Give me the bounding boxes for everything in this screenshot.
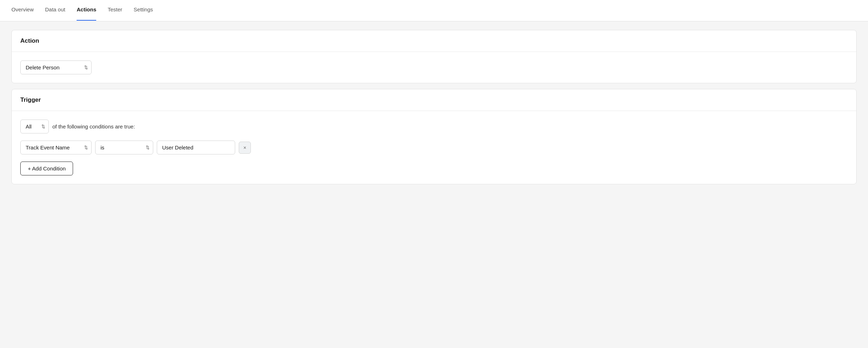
tab-settings[interactable]: Settings bbox=[134, 0, 153, 21]
trigger-card-body: All Any ⇅ of the following conditions ar… bbox=[12, 111, 856, 184]
conditions-row: All Any ⇅ of the following conditions ar… bbox=[20, 120, 848, 133]
action-card: Action Delete Person Create Person Updat… bbox=[11, 30, 857, 83]
all-select[interactable]: All Any bbox=[20, 120, 49, 133]
tab-actions[interactable]: Actions bbox=[77, 0, 96, 21]
condition-operator-wrapper: is is not contains does not contain ⇅ bbox=[95, 141, 153, 154]
trigger-card: Trigger All Any ⇅ of the following condi… bbox=[11, 89, 857, 184]
action-card-body: Delete Person Create Person Update Perso… bbox=[12, 52, 856, 83]
add-condition-button[interactable]: + Add Condition bbox=[20, 162, 73, 175]
remove-icon: × bbox=[243, 145, 246, 151]
tab-bar: Overview Data out Actions Tester Setting… bbox=[0, 0, 868, 21]
action-card-header: Action bbox=[12, 30, 856, 52]
tab-data-out[interactable]: Data out bbox=[45, 0, 66, 21]
trigger-card-title: Trigger bbox=[20, 96, 41, 103]
action-select-wrapper: Delete Person Create Person Update Perso… bbox=[20, 60, 92, 74]
add-condition-label: + Add Condition bbox=[28, 165, 66, 172]
main-content: Action Delete Person Create Person Updat… bbox=[0, 21, 868, 193]
conditions-label: of the following conditions are true: bbox=[52, 123, 135, 130]
condition-operator-select[interactable]: is is not contains does not contain bbox=[95, 141, 153, 154]
condition-field-select[interactable]: Track Event Name Email User ID bbox=[20, 141, 92, 154]
trigger-card-header: Trigger bbox=[12, 89, 856, 111]
condition-field-wrapper: Track Event Name Email User ID ⇅ bbox=[20, 141, 92, 154]
condition-value-input[interactable] bbox=[157, 141, 235, 154]
remove-condition-button[interactable]: × bbox=[239, 142, 251, 154]
tab-tester[interactable]: Tester bbox=[108, 0, 122, 21]
tab-overview[interactable]: Overview bbox=[11, 0, 34, 21]
action-select[interactable]: Delete Person Create Person Update Perso… bbox=[20, 60, 92, 74]
condition-row: Track Event Name Email User ID ⇅ is is n… bbox=[20, 141, 848, 154]
action-card-title: Action bbox=[20, 37, 39, 44]
all-select-wrapper: All Any ⇅ bbox=[20, 120, 49, 133]
